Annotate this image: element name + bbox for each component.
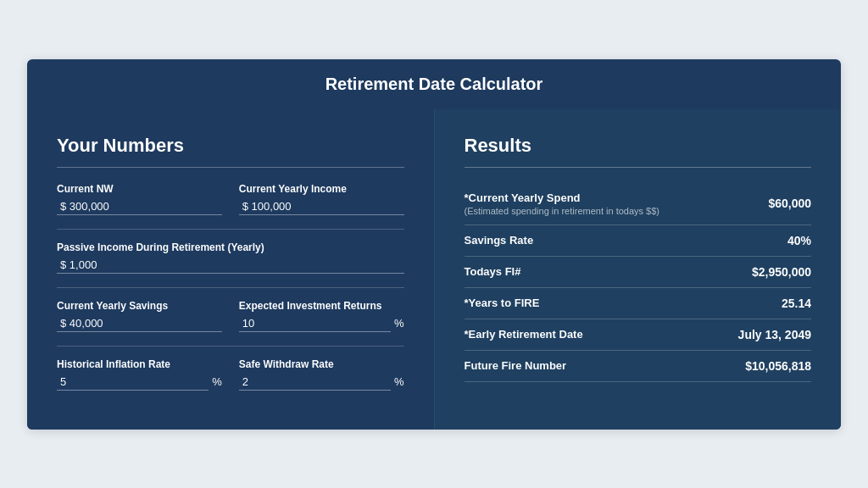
expected-investment-input-wrapper: %	[239, 315, 404, 332]
current-yearly-income-input[interactable]	[239, 198, 404, 215]
result-label-1: Savings Rate	[465, 234, 534, 247]
expected-investment-col: Expected Investment Returns %	[239, 300, 404, 332]
savings-returns-row: Current Yearly Savings Expected Investme…	[57, 300, 404, 332]
expected-investment-suffix: %	[394, 317, 404, 330]
right-panel: Results *Current Yearly Spend (Estimated…	[435, 109, 842, 430]
result-row-3: *Years to FIRE 25.14	[465, 288, 812, 319]
historical-inflation-input-wrapper: %	[57, 374, 222, 391]
safe-withdraw-input[interactable]	[239, 374, 391, 391]
current-yearly-income-label: Current Yearly Income	[239, 183, 404, 195]
current-yearly-savings-col: Current Yearly Savings	[57, 300, 222, 332]
result-row-2: Todays FI# $2,950,000	[465, 257, 812, 288]
result-value-1: 40%	[787, 234, 811, 247]
results-list: *Current Yearly Spend (Estimated spendin…	[465, 183, 812, 382]
historical-inflation-col: Historical Inflation Rate %	[57, 358, 222, 391]
current-yearly-income-input-wrapper	[239, 198, 404, 215]
result-value-0: $60,000	[768, 197, 811, 210]
page-title: Retirement Date Calculator	[326, 75, 543, 93]
passive-income-block: Passive Income During Retirement (Yearly…	[57, 241, 404, 274]
passive-income-input[interactable]	[57, 257, 404, 274]
expected-investment-input[interactable]	[239, 315, 391, 332]
divider-3	[57, 346, 404, 347]
result-value-4: July 13, 2049	[738, 328, 811, 341]
result-label-2: Todays FI#	[465, 265, 521, 278]
current-nw-input[interactable]	[57, 198, 222, 215]
page-header: Retirement Date Calculator	[27, 59, 841, 109]
safe-withdraw-input-wrapper: %	[239, 374, 404, 391]
divider-1	[57, 229, 404, 230]
right-divider	[465, 167, 812, 168]
current-yearly-income-col: Current Yearly Income	[239, 183, 404, 215]
safe-withdraw-suffix: %	[394, 375, 404, 388]
current-yearly-savings-input[interactable]	[57, 315, 222, 332]
expected-investment-label: Expected Investment Returns	[239, 300, 404, 312]
safe-withdraw-col: Safe Withdraw Rate %	[239, 358, 404, 391]
result-value-3: 25.14	[782, 297, 811, 310]
divider-2	[57, 287, 404, 288]
historical-inflation-input[interactable]	[57, 374, 209, 391]
nw-income-row: Current NW Current Yearly Income	[57, 183, 404, 215]
safe-withdraw-label: Safe Withdraw Rate	[239, 358, 404, 370]
current-nw-input-wrapper	[57, 198, 222, 215]
result-label-5: Future Fire Number	[465, 359, 567, 372]
current-nw-label: Current NW	[57, 183, 222, 195]
passive-income-input-wrapper	[57, 257, 404, 274]
left-divider	[57, 167, 404, 168]
result-value-5: $10,056,818	[745, 359, 811, 373]
current-nw-col: Current NW	[57, 183, 222, 215]
historical-inflation-suffix: %	[212, 375, 222, 388]
result-label-4: *Early Retirement Date	[465, 328, 583, 341]
result-label-3: *Years to FIRE	[465, 297, 540, 309]
result-row-0: *Current Yearly Spend (Estimated spendin…	[465, 183, 812, 225]
your-numbers-title: Your Numbers	[57, 135, 404, 157]
result-row-5: Future Fire Number $10,056,818	[465, 351, 812, 382]
results-title: Results	[465, 135, 812, 157]
passive-income-label: Passive Income During Retirement (Yearly…	[57, 241, 404, 253]
current-yearly-savings-input-wrapper	[57, 315, 222, 332]
result-row-4: *Early Retirement Date July 13, 2049	[465, 319, 812, 351]
result-label-0: *Current Yearly Spend (Estimated spendin…	[465, 191, 660, 216]
calculator-container: Retirement Date Calculator Your Numbers …	[27, 59, 841, 430]
historical-inflation-label: Historical Inflation Rate	[57, 358, 222, 370]
main-body: Your Numbers Current NW Current Yearly I…	[27, 109, 841, 430]
result-value-2: $2,950,000	[752, 265, 811, 279]
current-yearly-savings-label: Current Yearly Savings	[57, 300, 222, 312]
inflation-withdraw-row: Historical Inflation Rate % Safe Withdra…	[57, 358, 404, 391]
left-panel: Your Numbers Current NW Current Yearly I…	[27, 109, 435, 430]
result-row-1: Savings Rate 40%	[465, 225, 812, 257]
